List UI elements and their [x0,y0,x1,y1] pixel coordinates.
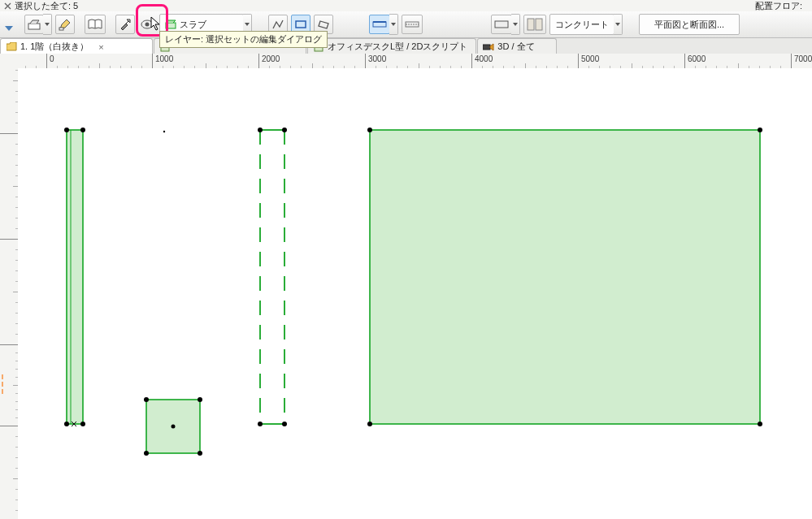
material-dropdown-arrow[interactable] [614,14,623,35]
material-dropdown[interactable]: コンクリート [549,14,614,35]
ruler-h-value: 3000 [368,54,386,63]
svg-rect-11 [495,21,508,28]
ruler-v-value: 0 [0,421,2,426]
svg-point-29 [258,422,263,426]
svg-point-32 [144,397,149,402]
drawing-svg [18,68,812,519]
ruler-v-value: 2000 [0,221,2,239]
svg-rect-12 [528,19,534,30]
svg-rect-16 [483,45,490,50]
tool-button-1[interactable] [24,15,44,34]
ruler-h-value: 5000 [581,54,599,63]
selection-count-label: 選択した全て: 5 [15,0,78,11]
svg-point-27 [258,128,263,132]
svg-rect-0 [28,24,40,29]
visibility-eye-icon[interactable] [138,15,156,34]
svg-point-36 [172,425,176,429]
tab-label: オフィスデスクL型 / 2Dスクリプト [328,41,467,53]
ruler-corner [0,54,19,69]
svg-point-4 [145,23,150,27]
tab-object-script[interactable]: オフィスデスクL型 / 2Dスクリプト [307,38,476,54]
construction-method-1-button[interactable] [369,15,390,34]
ruler-h-value: 2000 [262,54,280,63]
material-preview-button[interactable] [523,15,546,34]
info-row: 選択した全て: 5 配置フロア: [0,0,812,11]
svg-point-39 [758,128,762,132]
svg-rect-13 [536,19,542,30]
svg-point-30 [282,422,287,426]
ruler-horizontal[interactable]: 01000200030004000500060007000 [18,54,812,69]
ruler-v-value: 1000 [0,327,2,344]
folder-icon [6,41,17,53]
svg-point-28 [282,128,287,132]
svg-rect-6 [296,21,306,28]
tool-1-dropdown[interactable] [43,14,52,35]
svg-point-40 [367,422,372,426]
layer-edit-button[interactable] [115,15,135,34]
ruler-vertical[interactable]: 3000200010000-1000 [0,68,19,519]
svg-point-33 [198,397,202,402]
svg-point-22 [80,422,85,426]
svg-rect-37 [370,130,760,424]
svg-point-42 [163,131,165,132]
plan-section-label: 平面図と断面図... [654,19,724,31]
tab-label: 3D / 全て [497,41,534,53]
tool-button-pencil[interactable] [55,15,75,34]
section-profile-button[interactable] [491,15,512,34]
material-label: コンクリート [555,19,609,31]
svg-point-34 [144,451,149,456]
app-window: 選択した全て: 5 配置フロア: スラブ [0,0,812,519]
svg-rect-1 [59,28,63,30]
drawing-canvas[interactable] [18,68,812,519]
svg-rect-17 [67,130,83,424]
svg-point-35 [198,451,202,456]
main-toolbar: スラブ コンクリート [0,11,812,38]
svg-point-19 [64,128,69,132]
tool-name-label: スラブ [180,19,206,31]
ruler-v-value: 3000 [0,115,2,133]
close-panel-icon[interactable] [3,2,11,10]
tab-3d[interactable]: 3D / 全て [477,38,557,54]
svg-point-38 [367,128,372,132]
tooltip-text: レイヤー: 選択セットの編集ダイアログ [165,34,322,44]
svg-point-21 [64,422,69,426]
plan-section-button[interactable]: 平面図と断面図... [639,14,740,35]
tool-button-book[interactable] [85,15,106,34]
workspace: 01000200030004000500060007000 3000200010… [0,54,812,519]
toolbar-collapse-arrow[interactable] [5,24,13,34]
tab-floor-plan[interactable]: 1. 1階（白抜き） × [0,38,153,54]
ruler-h-value: 1000 [155,54,173,63]
construction-method-dropdown[interactable] [389,14,398,35]
ruler-h-value: 4000 [475,54,493,63]
section-profile-dropdown[interactable] [511,14,520,35]
ruler-v-value: -1000 [0,510,2,519]
origin-marker-v [2,374,7,394]
tooltip: レイヤー: 選択セットの編集ダイアログ [159,31,328,48]
tab-close-icon[interactable]: × [98,42,103,52]
svg-rect-5 [166,23,176,28]
tab-label: 1. 1階（白抜き） [20,41,89,53]
construction-method-2-button[interactable] [402,15,423,34]
svg-point-41 [758,422,762,426]
placement-floor-label: 配置フロア: [755,0,802,11]
ruler-h-value: 0 [50,54,54,63]
camera-3d-icon [483,41,494,53]
tab-bar: 1. 1階（白抜き） × オフィスデスクL型 オフィスデスクL型 / 2Dスクリ… [0,38,812,55]
ruler-h-value: 7000 [794,54,812,63]
svg-point-20 [80,128,85,132]
ruler-h-value: 6000 [688,54,706,63]
